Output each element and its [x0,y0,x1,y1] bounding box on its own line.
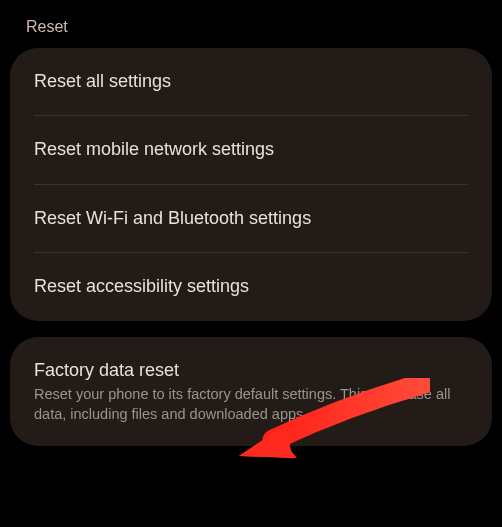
reset-all-settings-item[interactable]: Reset all settings [10,48,492,115]
reset-mobile-network-item[interactable]: Reset mobile network settings [10,116,492,183]
factory-reset-card: Factory data reset Reset your phone to i… [10,337,492,447]
reset-accessibility-label: Reset accessibility settings [34,275,468,298]
reset-mobile-network-label: Reset mobile network settings [34,138,468,161]
reset-wifi-bluetooth-item[interactable]: Reset Wi-Fi and Bluetooth settings [10,185,492,252]
reset-wifi-bluetooth-label: Reset Wi-Fi and Bluetooth settings [34,207,468,230]
factory-data-reset-item[interactable]: Factory data reset Reset your phone to i… [10,337,492,447]
reset-options-card: Reset all settings Reset mobile network … [10,48,492,321]
factory-data-reset-label: Factory data reset [34,359,468,382]
reset-accessibility-item[interactable]: Reset accessibility settings [10,253,492,320]
factory-data-reset-description: Reset your phone to its factory default … [34,385,468,424]
reset-all-settings-label: Reset all settings [34,70,468,93]
section-header: Reset [0,0,502,48]
